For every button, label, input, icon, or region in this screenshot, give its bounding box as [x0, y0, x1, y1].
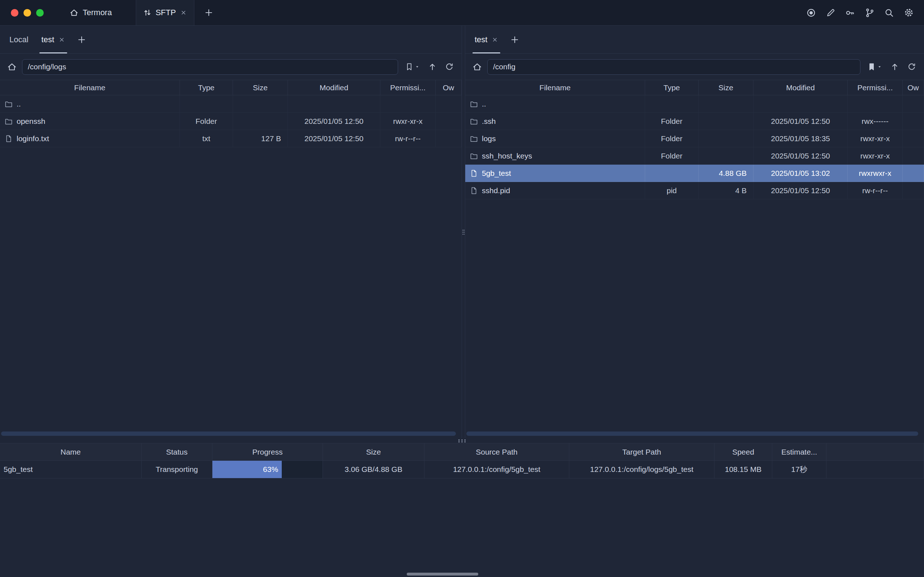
- settings-button[interactable]: [904, 8, 914, 18]
- file-row-ssh[interactable]: .ssh Folder 2025/01/05 12:50 rwx------: [465, 113, 924, 130]
- refresh-icon: [445, 63, 454, 71]
- edit-button[interactable]: [826, 8, 835, 18]
- tab-local[interactable]: Local: [3, 26, 35, 53]
- bottom-horizontal-scrollbar-thumb[interactable]: [407, 573, 478, 575]
- branch-button[interactable]: [865, 8, 874, 18]
- close-tab-icon[interactable]: [180, 10, 187, 16]
- column-header-filename[interactable]: Filename: [465, 80, 645, 95]
- file-row-sshd-pid[interactable]: sshd.pid pid 4 B 2025/01/05 12:50 rw-r--…: [465, 182, 924, 199]
- search-button[interactable]: [884, 8, 894, 18]
- column-header-owner[interactable]: Ow: [903, 80, 924, 95]
- column-header-permissions[interactable]: Permissi...: [848, 80, 903, 95]
- column-header-name[interactable]: Name: [0, 443, 142, 461]
- settings-gear-icon: [904, 8, 914, 18]
- branch-icon: [865, 8, 874, 18]
- column-header-target-path[interactable]: Target Path: [569, 443, 714, 461]
- right-panel-tabs: test: [465, 26, 924, 54]
- panel-splitter[interactable]: [462, 26, 465, 438]
- right-table-header: Filename Type Size Modified Permissi... …: [465, 80, 924, 95]
- tab-test-left-label: test: [42, 35, 54, 44]
- column-header-size[interactable]: Size: [698, 80, 753, 95]
- left-file-panel: Local test: [0, 26, 462, 438]
- record-button[interactable]: [806, 8, 816, 18]
- column-header-permissions[interactable]: Permissi...: [381, 80, 435, 95]
- edit-icon: [826, 8, 835, 18]
- add-panel-tab-button[interactable]: [71, 26, 92, 53]
- tab-test-right[interactable]: test: [468, 26, 505, 53]
- left-parent-dir-button[interactable]: [427, 61, 438, 73]
- folder-icon: [5, 100, 13, 108]
- file-row-ssh-host-keys[interactable]: ssh_host_keys Folder 2025/01/05 12:50 rw…: [465, 147, 924, 164]
- folder-icon: [470, 100, 478, 108]
- transfers-splitter[interactable]: [0, 438, 924, 443]
- right-bookmark-button[interactable]: [866, 61, 884, 73]
- column-header-owner[interactable]: Ow: [435, 80, 462, 95]
- left-file-list: .. openssh Folder 2025/01/05 12:50 rwxr-…: [0, 95, 462, 147]
- splitter-dots-icon: [462, 227, 465, 237]
- transfers-header: Name Status Progress Size Source Path Ta…: [0, 443, 924, 461]
- tab-sftp[interactable]: SFTP: [136, 0, 194, 25]
- scrollbar-thumb[interactable]: [466, 432, 918, 436]
- right-refresh-button[interactable]: [906, 61, 918, 73]
- zoom-window-button[interactable]: [36, 9, 44, 17]
- transfers-table: Name Status Progress Size Source Path Ta…: [0, 443, 924, 479]
- app-home-tab[interactable]: Termora: [70, 8, 112, 17]
- folder-icon: [470, 135, 478, 143]
- column-header-speed[interactable]: Speed: [714, 443, 772, 461]
- home-icon[interactable]: [472, 62, 482, 71]
- left-horizontal-scrollbar: [1, 432, 461, 436]
- add-panel-tab-button[interactable]: [505, 26, 525, 53]
- left-refresh-button[interactable]: [443, 61, 455, 73]
- right-path-input[interactable]: [487, 59, 860, 75]
- column-header-filename[interactable]: Filename: [0, 80, 180, 95]
- right-parent-dir-button[interactable]: [889, 61, 900, 73]
- close-tab-icon[interactable]: [58, 37, 65, 43]
- close-tab-icon[interactable]: [492, 37, 498, 43]
- left-bookmark-button[interactable]: [403, 61, 421, 73]
- file-row-5gb-test-selected[interactable]: 5gb_test 4.88 GB 2025/01/05 13:02 rwxrwx…: [465, 164, 924, 182]
- keys-button[interactable]: [845, 8, 855, 18]
- file-row-parent-dir[interactable]: ..: [0, 95, 462, 113]
- left-table-header: Filename Type Size Modified Permissi... …: [0, 80, 462, 95]
- close-window-button[interactable]: [11, 9, 18, 17]
- column-header-status[interactable]: Status: [142, 443, 213, 461]
- caret-down-icon: [415, 64, 420, 69]
- splitter-dots-icon: [457, 439, 467, 443]
- progress-bar-fill: 63%: [213, 461, 282, 478]
- scrollbar-thumb[interactable]: [1, 432, 456, 436]
- file-row-loginfo[interactable]: loginfo.txt txt 127 B 2025/01/05 12:50 r…: [0, 130, 462, 147]
- titlebar: Termora SFTP: [0, 0, 924, 26]
- refresh-icon: [907, 63, 916, 71]
- app-name: Termora: [83, 8, 112, 17]
- column-header-size[interactable]: Size: [233, 80, 288, 95]
- file-row-openssh[interactable]: openssh Folder 2025/01/05 12:50 rwxr-xr-…: [0, 113, 462, 130]
- progress-label: 63%: [263, 465, 278, 474]
- file-row-logs[interactable]: logs Folder 2025/01/05 18:35 rwxr-xr-x: [465, 130, 924, 147]
- folder-icon: [470, 118, 478, 125]
- left-pathbar: [0, 54, 462, 80]
- column-header-modified[interactable]: Modified: [753, 80, 848, 95]
- sftp-workspace: Local test: [0, 26, 924, 438]
- folder-icon: [470, 152, 478, 160]
- bookmark-icon: [405, 63, 414, 71]
- column-header-type[interactable]: Type: [645, 80, 698, 95]
- tab-local-label: Local: [10, 35, 29, 44]
- new-window-tab-button[interactable]: [202, 6, 215, 19]
- home-icon[interactable]: [7, 62, 17, 71]
- minimize-window-button[interactable]: [24, 9, 31, 17]
- tab-test-left[interactable]: test: [35, 26, 71, 53]
- column-header-spacer: [826, 443, 924, 461]
- column-header-progress[interactable]: Progress: [213, 443, 323, 461]
- bookmark-filled-icon: [867, 63, 876, 71]
- file-row-parent-dir[interactable]: ..: [465, 95, 924, 113]
- tab-test-right-label: test: [475, 35, 487, 44]
- column-header-estimate[interactable]: Estimate...: [772, 443, 826, 461]
- column-header-size[interactable]: Size: [323, 443, 424, 461]
- left-path-input[interactable]: [22, 59, 398, 75]
- column-header-modified[interactable]: Modified: [288, 80, 381, 95]
- transfer-row-5gb-test[interactable]: 5gb_test Transporting 63% 3.06 GB/4.88 G…: [0, 461, 924, 479]
- column-header-type[interactable]: Type: [180, 80, 233, 95]
- arrow-up-icon: [890, 63, 899, 71]
- file-icon: [470, 187, 478, 195]
- column-header-source-path[interactable]: Source Path: [424, 443, 569, 461]
